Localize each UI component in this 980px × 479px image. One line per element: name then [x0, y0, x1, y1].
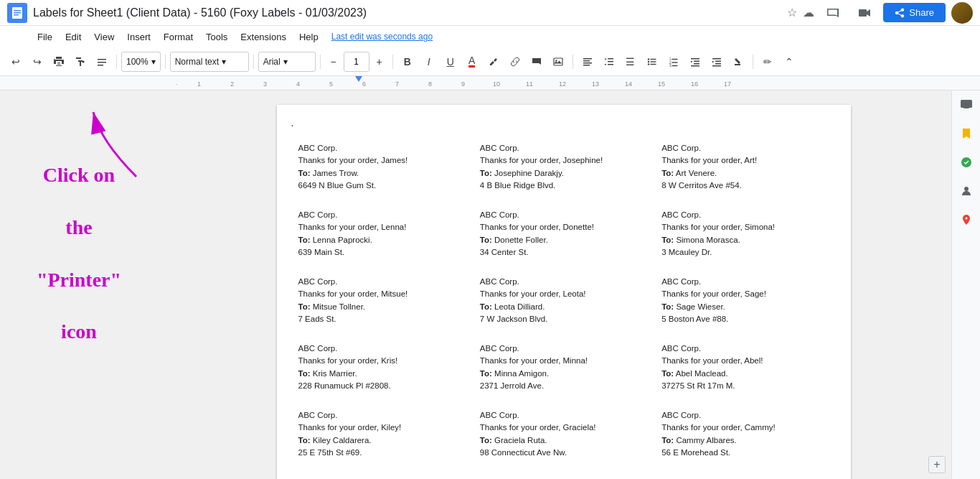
- highlight-button[interactable]: [484, 52, 504, 72]
- sidebar-chat-icon[interactable]: [958, 96, 975, 113]
- svg-point-10: [648, 60, 649, 62]
- svg-rect-3: [14, 14, 19, 16]
- svg-point-8: [648, 58, 649, 60]
- italic-button[interactable]: I: [419, 52, 439, 72]
- svg-text:4: 4: [296, 80, 300, 88]
- label-cell: ABC Corp. Thanks for your order, Kiley! …: [291, 401, 473, 468]
- label-cell: ABC Corp. Thanks for your order, Leota! …: [473, 267, 654, 334]
- image-button[interactable]: [548, 52, 568, 72]
- title-icons: ☆ ☁: [787, 6, 814, 19]
- menu-view[interactable]: View: [88, 29, 120, 45]
- separator-2: [165, 55, 166, 69]
- svg-rect-4: [859, 9, 867, 17]
- underline-button[interactable]: U: [440, 52, 461, 72]
- numbered-button[interactable]: 1.2.3.: [664, 52, 684, 72]
- zoom-dropdown[interactable]: 100% ▾: [121, 52, 161, 72]
- menu-extensions[interactable]: Extensions: [235, 29, 292, 45]
- editing-mode-button[interactable]: ✏: [758, 52, 778, 72]
- svg-rect-41: [961, 100, 972, 108]
- star-icon[interactable]: ☆: [787, 6, 797, 19]
- svg-text:3.: 3.: [669, 64, 672, 67]
- menu-insert[interactable]: Insert: [121, 29, 156, 45]
- label-cell: ABC Corp. Thanks for your order, Minna! …: [473, 334, 654, 401]
- redo-button[interactable]: ↪: [27, 52, 47, 72]
- menu-format[interactable]: Format: [158, 29, 199, 45]
- sidebar-bookmark-icon[interactable]: [958, 125, 975, 142]
- sidebar-check-icon[interactable]: [958, 154, 975, 171]
- toolbar: ↩ ↪ 100% ▾ Normal text ▾ Arial ▾ − + B I…: [0, 47, 980, 76]
- svg-point-12: [648, 63, 649, 65]
- label-cell: ABC Corp. Thanks for your order, Mitsue!…: [291, 267, 473, 334]
- svg-rect-9: [650, 58, 656, 59]
- svg-text:13: 13: [592, 80, 599, 88]
- font-size-decrease[interactable]: −: [325, 52, 342, 72]
- user-avatar[interactable]: [951, 2, 973, 24]
- checklist-button[interactable]: ☰: [621, 52, 641, 72]
- font-size-input[interactable]: [344, 52, 369, 72]
- line-spacing-button[interactable]: [599, 52, 619, 72]
- svg-text:10: 10: [493, 80, 500, 88]
- svg-text:5: 5: [329, 80, 333, 88]
- svg-text:1: 1: [197, 80, 201, 88]
- svg-text:16: 16: [691, 80, 698, 88]
- decrease-indent-button[interactable]: [685, 52, 705, 72]
- clear-format-button[interactable]: [728, 52, 748, 72]
- paint-format-button[interactable]: [70, 52, 90, 72]
- bold-button[interactable]: B: [397, 52, 418, 72]
- svg-text:3: 3: [263, 80, 267, 88]
- expand-button[interactable]: ⌃: [779, 52, 799, 72]
- font-size-increase[interactable]: +: [371, 52, 388, 72]
- link-button[interactable]: [505, 52, 525, 72]
- label-cell: ABC Corp. Thanks for your order, Cammy! …: [654, 401, 836, 468]
- separator-3: [253, 55, 254, 69]
- svg-text:15: 15: [658, 80, 665, 88]
- undo-button[interactable]: ↩: [6, 52, 26, 72]
- style-dropdown[interactable]: Normal text ▾: [170, 52, 249, 72]
- label-cell: ABC Corp. Thanks for your order, Josephi…: [473, 134, 654, 200]
- separator-1: [116, 55, 117, 69]
- doc-icon: [7, 3, 27, 23]
- scroll-corner-button[interactable]: +: [928, 456, 946, 473]
- document-page: · ABC Corp. Thanks for your order, James…: [277, 105, 851, 479]
- svg-rect-11: [650, 61, 656, 62]
- menu-tools[interactable]: Tools: [200, 29, 233, 45]
- label-cell: ABC Corp. Thanks for your order, Kris! T…: [291, 334, 473, 401]
- label-cell: ABC Corp. Thanks for your order, Graciel…: [473, 401, 654, 468]
- bullet-button[interactable]: [642, 52, 662, 72]
- sidebar-location-icon[interactable]: [958, 211, 975, 228]
- svg-text:6: 6: [362, 80, 366, 88]
- align-button[interactable]: [578, 52, 598, 72]
- svg-rect-19: [672, 65, 677, 65]
- last-edit-text[interactable]: Last edit was seconds ago: [331, 32, 433, 42]
- svg-point-43: [964, 187, 969, 191]
- menu-help[interactable]: Help: [293, 29, 324, 45]
- separator-7: [753, 55, 753, 69]
- svg-rect-1: [14, 10, 21, 11]
- svg-marker-5: [867, 9, 870, 17]
- comment-button[interactable]: [820, 2, 846, 24]
- menu-edit[interactable]: Edit: [60, 29, 87, 45]
- svg-text:9: 9: [461, 80, 465, 88]
- sidebar-people-icon[interactable]: [958, 182, 975, 200]
- main-area: Click onthe"Printer"icon · ABC Corp. Tha…: [0, 90, 980, 479]
- comment-inline-button[interactable]: [527, 52, 547, 72]
- doc-area[interactable]: · ABC Corp. Thanks for your order, James…: [176, 90, 951, 479]
- share-button[interactable]: Share: [883, 3, 946, 22]
- svg-rect-2: [14, 12, 21, 14]
- font-dropdown[interactable]: Arial ▾: [258, 52, 316, 72]
- right-sidebar: [951, 90, 980, 479]
- meet-button[interactable]: [852, 2, 877, 24]
- svg-point-7: [555, 60, 557, 61]
- label-cell: ABC Corp. Thanks for your order, Sage! T…: [654, 267, 836, 334]
- menu-bar: File Edit View Insert Format Tools Exten…: [0, 26, 980, 47]
- increase-indent-button[interactable]: [707, 52, 727, 72]
- more-format-button[interactable]: [92, 52, 112, 72]
- svg-rect-15: [672, 58, 677, 59]
- menu-file[interactable]: File: [32, 29, 58, 45]
- title-bar: Labels for Sheet1 (Client Data) - 5160 (…: [0, 0, 980, 26]
- separator-5: [392, 55, 393, 69]
- print-button[interactable]: [49, 52, 69, 72]
- text-color-button[interactable]: A: [462, 52, 482, 72]
- left-panel: Click onthe"Printer"icon: [0, 90, 176, 479]
- cloud-icon[interactable]: ☁: [803, 6, 814, 19]
